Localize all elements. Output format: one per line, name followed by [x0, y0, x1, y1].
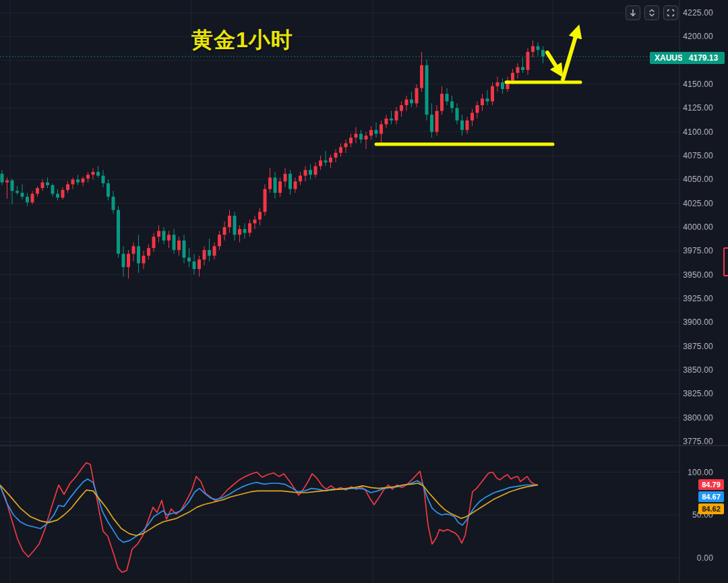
candle-body — [395, 111, 398, 121]
price-axis-label: 4200.00 — [663, 32, 725, 41]
candle-body — [541, 50, 545, 57]
price-axis-label: 3825.00 — [663, 389, 725, 398]
candle-body — [66, 184, 69, 189]
candle-body — [36, 188, 39, 193]
candle-body — [304, 170, 307, 175]
candle-body — [61, 190, 65, 197]
kdj-line-k — [0, 479, 538, 543]
candle-body — [5, 181, 9, 183]
candle-body — [349, 137, 353, 143]
candle-body — [76, 179, 80, 182]
candle-body — [496, 82, 499, 86]
candle-body — [390, 119, 393, 121]
candle-body — [516, 67, 520, 73]
candle-body — [248, 223, 251, 233]
candle-body — [294, 181, 297, 189]
candle-body — [405, 100, 408, 105]
candle-body — [86, 175, 90, 179]
candle-body — [102, 176, 105, 183]
candle-body — [420, 65, 423, 88]
candle-body — [486, 98, 489, 101]
candle-body — [430, 115, 433, 131]
candle-body — [127, 254, 130, 268]
candle-body — [460, 121, 464, 130]
price-axis-label: 3800.00 — [663, 413, 725, 423]
price-axis-label: 3775.00 — [663, 437, 725, 446]
candle-body — [531, 46, 535, 51]
last-price-label: 4179.13 — [682, 52, 725, 64]
candle-body — [537, 46, 540, 50]
candle-body — [11, 181, 14, 191]
price-axis-label: 4125.00 — [663, 103, 725, 113]
candle-body — [26, 197, 29, 202]
candle-body — [213, 246, 216, 255]
price-axis-label: 4150.00 — [663, 80, 725, 89]
candle-body — [233, 216, 237, 235]
candle-body — [193, 262, 196, 269]
candle-body — [319, 160, 322, 166]
candle-body — [339, 147, 342, 152]
candle-body — [142, 255, 146, 263]
candle-body — [71, 179, 75, 184]
candle-body — [446, 94, 449, 101]
collapse-chevrons-icon — [647, 8, 657, 18]
candle-body — [31, 194, 34, 203]
price-axis-label: 4225.00 — [663, 8, 725, 18]
price-axis-label: 4025.00 — [663, 199, 725, 208]
price-axis-label: 3925.00 — [663, 294, 725, 303]
candle-body — [152, 237, 156, 248]
candle-body — [329, 158, 332, 162]
candle-body — [21, 193, 24, 197]
candle-body — [173, 235, 176, 250]
chart-canvas[interactable] — [0, 0, 728, 583]
price-axis-label: 3850.00 — [663, 365, 725, 375]
candle-body — [471, 113, 474, 120]
candle-body — [440, 94, 444, 111]
candle-body — [521, 67, 524, 70]
candle-body — [41, 183, 44, 188]
candle-body — [198, 259, 201, 269]
candle-body — [51, 185, 55, 194]
drawn-pullback-arrow-down[interactable] — [547, 53, 560, 73]
price-axis-label: 3975.00 — [663, 246, 725, 255]
indicator-axis-label: 0.00 — [663, 553, 725, 563]
candle-body — [314, 166, 317, 175]
price-axis-label: 4000.00 — [663, 222, 725, 232]
candle-body — [177, 241, 181, 250]
candle-body — [334, 153, 338, 158]
candle-body — [359, 133, 363, 139]
candle-body — [258, 212, 262, 219]
indicator-axis-label: 100.00 — [663, 468, 725, 477]
candle-body — [96, 172, 100, 176]
maximize-pane-button[interactable] — [644, 5, 659, 20]
candle-body — [187, 257, 191, 262]
candle-body — [112, 197, 115, 210]
candle-body — [501, 82, 504, 89]
candle-body — [203, 250, 206, 259]
candle-body — [147, 248, 150, 255]
price-axis-label: 4100.00 — [663, 127, 725, 137]
move-pane-down-button[interactable] — [626, 5, 640, 20]
candle-body — [476, 105, 479, 113]
price-axis-label: 4050.00 — [663, 175, 725, 184]
candle-body — [82, 179, 85, 183]
candle-body — [56, 194, 59, 198]
candle-body — [122, 254, 125, 268]
candle-body — [218, 235, 221, 246]
candle-body — [410, 100, 413, 104]
candle-body — [228, 216, 231, 227]
candle-body — [284, 174, 287, 181]
indicator-value-badge: 84.62 — [698, 503, 724, 514]
price-axis-label: 3875.00 — [663, 342, 725, 351]
candle-body — [299, 176, 302, 181]
candle-body — [223, 227, 226, 235]
candle-body — [268, 178, 272, 189]
candle-body — [365, 135, 368, 140]
candle-body — [92, 172, 95, 175]
candle-body — [46, 183, 49, 185]
price-axis-label: 3950.00 — [663, 270, 725, 280]
candle-body — [16, 191, 19, 193]
drawn-rally-arrow-up[interactable] — [563, 30, 578, 80]
candle-body — [238, 229, 241, 235]
candle-body — [425, 65, 429, 115]
